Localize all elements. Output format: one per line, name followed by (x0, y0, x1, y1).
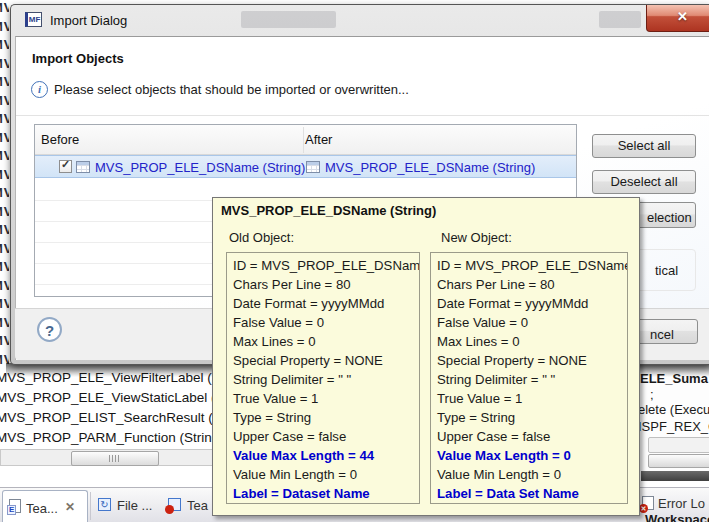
background-text-fragment: ISPF_REX_C (638, 419, 709, 434)
tab-label: Tea... (26, 501, 58, 516)
background-list-item[interactable]: MVS_PROP_ELIST_SearchResult (Stri (0, 410, 233, 425)
screen: MVMVMVMVMVMVMVMVMVMVMVMVMVMVMVMVMVMVMVMV… (0, 0, 709, 522)
property-line: Date Format = yyyyMMdd (437, 294, 627, 313)
property-line: String Delimiter = " " (233, 370, 419, 389)
header-separator (16, 115, 709, 116)
new-object-box: ID = MVS_PROP_ELE_DSNameChars Per Line =… (430, 252, 628, 504)
team-sync-icon (168, 498, 181, 511)
property-line: Type = String (233, 408, 419, 427)
background-text-fragment: elete (Execu (638, 402, 709, 417)
page-title: Import Objects (32, 51, 124, 66)
dialog-title: Import Dialog (50, 13, 127, 28)
glass-reflection (599, 11, 641, 28)
property-line: Special Property = NONE (437, 351, 627, 370)
old-object-label: Old Object: (229, 230, 294, 245)
property-line: Chars Per Line = 80 (233, 275, 419, 294)
property-line: Date Format = yyyyMMdd (233, 294, 419, 313)
scrollbar-grip-icon (109, 455, 120, 462)
tab-divider (90, 492, 91, 520)
after-cell-value: MVS_PROP_ELE_DSName (String) (325, 160, 535, 175)
column-header-before[interactable]: Before (41, 132, 79, 147)
property-line: False Value = 0 (233, 313, 419, 332)
tooltip-title: MVS_PROP_ELE_DSName (String) (221, 203, 436, 218)
property-line: Max Lines = 0 (233, 332, 419, 351)
property-line: Upper Case = false (233, 427, 419, 446)
property-line: Max Lines = 0 (437, 332, 627, 351)
property-line: True Value = 1 (233, 389, 419, 408)
column-divider (303, 127, 304, 153)
before-cell-value: MVS_PROP_ELE_DSName (String) (95, 160, 305, 175)
property-line: True Value = 1 (437, 389, 627, 408)
background-list-item[interactable]: MVS_PROP_ELE_ViewStaticLabel (St (0, 390, 228, 405)
background-list-item[interactable]: MVS_PROP_PARM_Function (String (0, 430, 219, 445)
button-label-fragment: ncel (650, 324, 674, 346)
deselect-all-button[interactable]: Deselect all (592, 170, 696, 194)
row-checkbox[interactable]: ✓ (59, 160, 72, 173)
clipped-background-list: MVMVMVMVMVMVMVMVMVMVMVMVMVMVMVMVMVMVMVMV (0, 0, 9, 366)
scrollbar-thumb[interactable] (648, 454, 709, 468)
background-text-fragment: Workspace L (645, 512, 709, 522)
property-line: Value Min Length = 0 (233, 465, 419, 484)
mf-app-icon: MF (25, 12, 42, 27)
scrollbar-thumb[interactable] (71, 451, 159, 466)
check-icon: ✓ (61, 158, 70, 171)
file-sync-icon: ↻ (98, 498, 111, 511)
help-button[interactable]: ? (37, 317, 62, 342)
close-icon: ✕ (677, 9, 688, 24)
old-object-box: ID = MVS_PROP_ELE_DSNameChars Per Line =… (226, 252, 420, 504)
property-line: Special Property = NONE (233, 351, 419, 370)
dataset-grid-icon (76, 161, 90, 173)
property-line: Upper Case = false (437, 427, 627, 446)
info-icon: i (31, 81, 48, 98)
property-line: ID = MVS_PROP_ELE_DSName (437, 256, 627, 275)
team-file-icon: E (9, 499, 21, 513)
close-button[interactable]: ✕ (646, 5, 709, 32)
tab-team[interactable]: E Tea... ✕ (2, 490, 88, 522)
new-object-label: New Object: (441, 230, 512, 245)
table-row[interactable]: ✓ MVS_PROP_ELE_DSName (String) MVS_PROP_… (35, 155, 576, 178)
e-badge-icon: E (7, 505, 16, 515)
property-line: ID = MVS_PROP_ELE_DSName (233, 256, 419, 275)
tab-team-2[interactable]: Tea (187, 498, 208, 513)
error-log-icon: ✕ (642, 496, 654, 510)
select-all-button[interactable]: Select all (592, 134, 696, 158)
control-label-fragment: tical (655, 263, 678, 278)
tab-close-icon[interactable]: ✕ (65, 500, 75, 514)
tab-file[interactable]: File ... (117, 498, 152, 513)
property-line: String Delimiter = " " (437, 370, 627, 389)
info-message: Please select objects that should be imp… (54, 82, 409, 97)
red-badge-icon (165, 505, 174, 514)
column-header-after[interactable]: After (305, 132, 332, 147)
sash-divider[interactable] (641, 471, 709, 481)
property-line: Chars Per Line = 80 (437, 275, 627, 294)
table-header: Before After (35, 125, 576, 155)
property-line: Value Max Length = 0 (437, 446, 627, 465)
dialog-titlebar[interactable]: MF Import Dialog ✕ (11, 5, 709, 36)
tab-error-log[interactable]: Error Lo (658, 496, 705, 511)
property-line: False Value = 0 (437, 313, 627, 332)
property-line: Value Max Length = 44 (233, 446, 419, 465)
background-text-fragment: ; (650, 387, 654, 402)
button-label-fragment: election (647, 207, 692, 229)
background-button-fragment[interactable] (648, 437, 709, 453)
property-line: Label = Data Set Name (437, 484, 627, 503)
dataset-grid-icon (306, 161, 320, 173)
property-line: Type = String (437, 408, 627, 427)
property-line: Label = Dataset Name (233, 484, 419, 503)
property-line: Value Min Length = 0 (437, 465, 627, 484)
glass-reflection (241, 11, 336, 28)
object-compare-tooltip: MVS_PROP_ELE_DSName (String) Old Object:… (212, 197, 640, 516)
